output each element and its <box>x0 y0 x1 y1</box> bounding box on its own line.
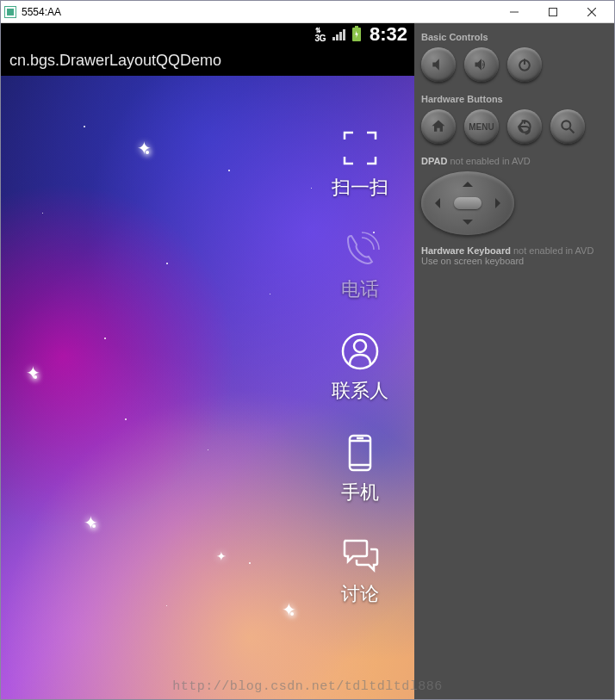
app-icon <box>4 6 16 18</box>
menu-button[interactable]: MENU <box>464 109 499 144</box>
menu-item-discuss[interactable]: 讨论 <box>332 533 388 607</box>
menu-label: 扫一扫 <box>332 175 388 201</box>
android-status-bar: ⇅3G 8:32 <box>1 23 414 45</box>
dpad-right-icon <box>495 198 506 208</box>
dpad-left-icon <box>430 198 440 208</box>
keyboard-note: Hardware Keyboard not enabled in AVD Use… <box>421 245 607 266</box>
battery-icon <box>352 28 361 41</box>
window-title: 5554:AA <box>22 6 494 18</box>
dpad-down-icon <box>463 220 473 230</box>
dpad-center-button[interactable] <box>454 197 481 209</box>
menu-item-mobile[interactable]: 手机 <box>332 431 388 505</box>
svg-line-13 <box>570 129 575 133</box>
maximize-button[interactable] <box>533 2 572 22</box>
menu-label: 手机 <box>341 480 379 505</box>
menu-label: 电话 <box>341 276 379 302</box>
svg-rect-1 <box>549 8 556 15</box>
volume-up-button[interactable] <box>464 47 499 82</box>
search-button[interactable] <box>550 109 585 144</box>
menu-item-scan[interactable]: 扫一扫 <box>332 127 388 201</box>
emulator-screen: ⇅3G 8:32 cn.bgs.DrawerLayoutQQDemo <box>1 23 414 699</box>
window-titlebar: 5554:AA <box>1 1 614 23</box>
network-type-icon: ⇅3G <box>315 26 326 43</box>
emulator-controls-panel: Basic Controls Hardware Buttons <box>414 23 614 699</box>
window-controls <box>494 2 611 22</box>
dpad[interactable] <box>421 171 514 235</box>
phone-icon <box>339 228 382 271</box>
menu-item-phone[interactable]: 电话 <box>332 228 388 302</box>
dpad-up-icon <box>463 177 473 187</box>
scan-icon <box>339 127 382 170</box>
mobile-icon <box>339 431 382 474</box>
back-button[interactable] <box>507 109 542 144</box>
minimize-button[interactable] <box>494 2 533 22</box>
contacts-icon <box>339 330 382 373</box>
menu-label: 联系人 <box>332 378 388 404</box>
svg-point-5 <box>354 340 366 352</box>
power-button[interactable] <box>507 47 542 82</box>
menu-item-contacts[interactable]: 联系人 <box>332 330 388 404</box>
hardware-buttons-title: Hardware Buttons <box>421 94 607 104</box>
basic-controls-title: Basic Controls <box>421 32 607 42</box>
app-title-bar: cn.bgs.DrawerLayoutQQDemo <box>1 45 414 76</box>
home-button[interactable] <box>421 109 456 144</box>
watermark: http://blog.csdn.net/tdltdltdl886 <box>1 679 614 694</box>
emulator-window: 5554:AA ⇅3G 8:32 <box>0 0 615 700</box>
signal-icon <box>332 28 345 40</box>
dpad-title-row: DPAD not enabled in AVD <box>421 156 607 166</box>
clock: 8:32 <box>370 23 407 46</box>
discuss-icon <box>339 533 382 576</box>
close-button[interactable] <box>572 2 611 22</box>
menu-label: 讨论 <box>341 581 379 607</box>
volume-down-button[interactable] <box>421 47 456 82</box>
drawer-menu: 扫一扫 电话 <box>332 127 388 607</box>
svg-point-12 <box>562 121 570 129</box>
